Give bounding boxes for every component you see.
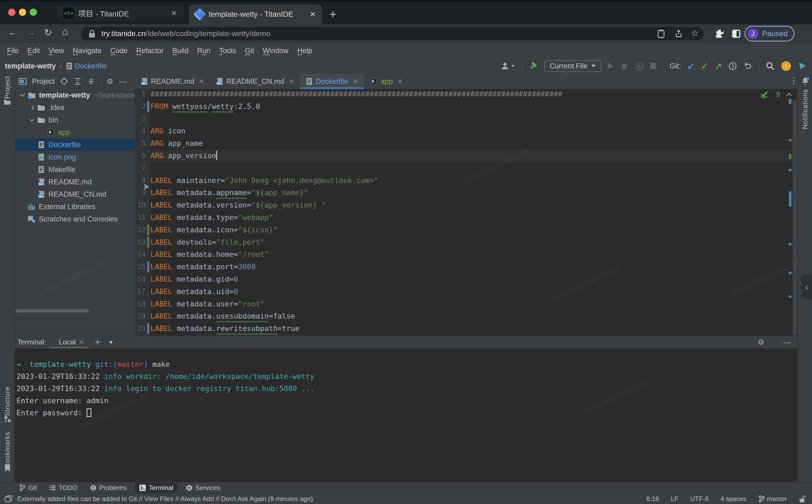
panel-title[interactable]: Project [32, 77, 55, 86]
hide-panel-icon[interactable]: — [119, 77, 127, 86]
build-hammer-icon[interactable] [529, 61, 538, 71]
run-icon[interactable] [608, 63, 614, 70]
unlock-icon[interactable] [799, 495, 806, 503]
breadcrumb-project[interactable]: template-wetty [5, 62, 56, 70]
editor-scrollbar[interactable] [793, 99, 797, 336]
error-stripe-mark[interactable] [789, 191, 792, 206]
bookmark-star-icon[interactable]: ☆ [691, 27, 699, 38]
clipboard-icon[interactable] [656, 29, 666, 38]
menu-window[interactable]: Window [258, 47, 293, 55]
error-stripe-mark[interactable] [789, 243, 792, 246]
close-tab-icon[interactable]: ✕ [171, 9, 177, 18]
chevron-down-icon[interactable] [20, 92, 25, 97]
tool-tab-structure[interactable]: Structure [4, 386, 11, 416]
menu-code[interactable]: Code [106, 47, 132, 55]
notifications-bell-icon[interactable] [801, 77, 810, 85]
browser-tab-template-wetty[interactable]: template-wetty - TitanIDE ✕ [189, 4, 322, 24]
close-tab-icon[interactable]: ✕ [397, 78, 403, 85]
menu-help[interactable]: Help [293, 47, 316, 55]
tree-item-dockerfile[interactable]: Dockerfile [15, 139, 135, 151]
address-bar[interactable]: try.titanide.cn/ide/web/coding/template-… [81, 27, 704, 40]
browser-tab-project[interactable]: <t> 项目 - TitanIDE ✕ [57, 5, 183, 21]
history-clock-icon[interactable] [728, 62, 737, 70]
error-stripe-mark[interactable] [789, 99, 792, 104]
back-icon[interactable]: ← [8, 27, 17, 37]
tool-button-git[interactable]: Git [15, 483, 41, 493]
new-tab-button[interactable]: + [329, 8, 336, 21]
tool-button-terminal[interactable]: Terminal [135, 483, 178, 493]
error-stripe-mark[interactable] [789, 154, 792, 159]
locate-file-icon[interactable] [60, 77, 68, 85]
git-update-icon[interactable]: ↙ [687, 61, 695, 71]
tool-button-services[interactable]: Services [181, 483, 225, 493]
editor-tab-readme-md[interactable]: MDREADME.md✕ [135, 74, 210, 89]
menu-git[interactable]: Git [240, 47, 259, 55]
tree-item-icon-png[interactable]: icon.png [15, 151, 135, 163]
collapse-all-icon[interactable] [87, 77, 95, 85]
tree-item-readme-cn-md[interactable]: MDREADME_CN.md [15, 188, 135, 201]
tree-item-app[interactable]: app [15, 126, 135, 139]
line-ending[interactable]: LF [671, 495, 679, 503]
editor-tabs-kebab-icon[interactable]: ⋮ [789, 75, 798, 86]
tree-item-readme-md[interactable]: MDREADME.md [15, 176, 135, 188]
reload-icon[interactable]: ↻ [44, 27, 52, 38]
close-terminal-tab-icon[interactable]: ✕ [79, 339, 84, 346]
terminal-output[interactable]: → template-wetty git:(master) make2023-0… [16, 358, 314, 419]
menu-file[interactable]: File [3, 47, 23, 55]
breadcrumb-file[interactable]: Dockerfile [66, 62, 107, 70]
close-tab-icon[interactable]: ✕ [199, 78, 204, 85]
browser-profile-chip[interactable]: J Paused [745, 26, 794, 42]
caret-position[interactable]: 6:16 [646, 495, 659, 503]
tree-horizontal-scrollbar[interactable] [15, 309, 90, 313]
tool-tab-notifications[interactable]: Notifications [801, 89, 809, 129]
menu-edit[interactable]: Edit [23, 47, 44, 55]
close-tab-icon[interactable]: ✕ [310, 10, 316, 19]
titanide-logo-icon[interactable] [797, 61, 807, 71]
inspections-widget[interactable]: 9 [760, 90, 797, 99]
side-panel-icon[interactable] [731, 29, 741, 39]
tree-item-makefile[interactable]: Makefile [15, 163, 135, 176]
search-everywhere-icon[interactable] [766, 61, 775, 71]
editor-tab-readme-cn-md[interactable]: MDREADME_CN.md✕ [210, 74, 300, 89]
menu-refactor[interactable]: Refactor [132, 47, 168, 55]
project-tree[interactable]: template-wetty~/workspace.ideabinappDock… [15, 89, 135, 321]
editor-tab-app[interactable]: app✕ [364, 74, 409, 89]
tree-item-bin[interactable]: bin [15, 114, 135, 126]
chevron-right-icon[interactable] [29, 105, 34, 110]
debug-bug-icon[interactable] [620, 62, 629, 70]
prev-problem-icon[interactable] [786, 93, 792, 98]
git-branch-widget[interactable]: master [758, 495, 787, 503]
tree-item-template-wetty[interactable]: template-wetty~/workspace [15, 89, 135, 101]
close-window-button[interactable] [8, 9, 15, 16]
menu-build[interactable]: Build [168, 47, 193, 55]
extensions-puzzle-icon[interactable] [714, 29, 725, 39]
collapse-panel-expander[interactable]: ‹ [801, 274, 812, 299]
menu-view[interactable]: View [44, 47, 68, 55]
home-icon[interactable]: ⌂ [62, 26, 68, 37]
terminal-sessions-chevron-icon[interactable]: ▾ [109, 339, 113, 346]
rollback-icon[interactable] [744, 62, 752, 70]
close-tab-icon[interactable]: ✕ [352, 78, 358, 85]
tool-tab-project[interactable]: Project [4, 76, 11, 99]
share-icon[interactable] [674, 29, 683, 38]
minimize-window-button[interactable] [19, 9, 26, 16]
tool-windows-icon[interactable] [4, 495, 12, 503]
stop-icon[interactable] [650, 63, 656, 69]
menu-navigate[interactable]: Navigate [68, 47, 106, 55]
error-stripe-mark[interactable] [789, 169, 792, 171]
tree-item--idea[interactable]: .idea [15, 101, 135, 114]
run-coverage-icon[interactable] [635, 62, 644, 70]
gutter-run-triangle-icon[interactable] [144, 184, 149, 190]
tool-tab-bookmarks[interactable]: Bookmarks [4, 432, 11, 468]
error-stripe-mark[interactable] [789, 295, 792, 298]
forward-icon[interactable]: → [26, 27, 36, 37]
tree-item-scratches-and-consoles[interactable]: Scratches and Consoles [15, 213, 135, 225]
indent-style[interactable]: 4 spaces [721, 495, 746, 503]
error-stripe-mark[interactable] [789, 272, 792, 274]
close-tab-icon[interactable]: ✕ [288, 78, 294, 85]
editor-tab-dockerfile[interactable]: Dockerfile✕ [300, 74, 364, 89]
menu-run[interactable]: Run [193, 47, 215, 55]
new-terminal-session-icon[interactable]: + [95, 337, 100, 347]
minimize-terminal-icon[interactable]: — [783, 338, 791, 347]
tool-button-problems[interactable]: Problems [85, 483, 131, 493]
